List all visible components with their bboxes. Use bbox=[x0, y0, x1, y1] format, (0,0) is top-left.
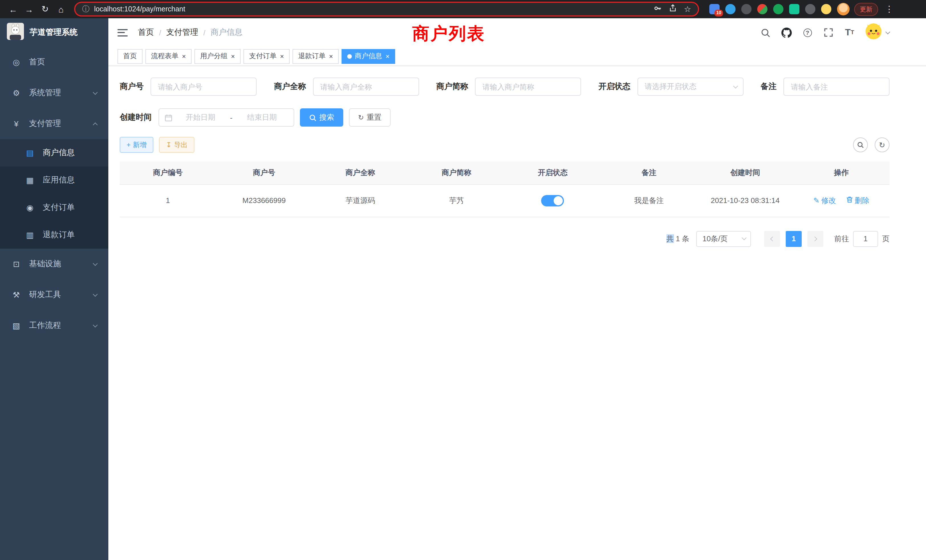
tab-process-form[interactable]: 流程表单 × bbox=[145, 49, 192, 64]
sidebar-item-refund-order[interactable]: ▥ 退款订单 bbox=[0, 221, 108, 249]
prev-page-button[interactable] bbox=[764, 231, 780, 247]
caret-down-icon bbox=[885, 29, 890, 34]
browser-forward-icon[interactable]: → bbox=[22, 2, 36, 17]
goto-prefix: 前往 bbox=[834, 233, 849, 244]
help-icon[interactable]: ? bbox=[802, 27, 813, 38]
tab-pay-order[interactable]: 支付订单 × bbox=[244, 49, 290, 64]
status-select[interactable]: 请选择开启状态 bbox=[637, 77, 743, 96]
extension-icon-4[interactable] bbox=[757, 4, 767, 14]
sidebar-menu: ◎ 首页 ⚙ 系统管理 ¥ 支付管理 ▤ 商户信息 bbox=[0, 47, 108, 341]
user-avatar-menu[interactable] bbox=[865, 23, 890, 42]
browser-back-icon[interactable]: ← bbox=[6, 2, 21, 17]
chevron-left-icon bbox=[770, 236, 775, 241]
fullscreen-icon[interactable] bbox=[823, 27, 834, 38]
chevron-down-icon bbox=[742, 236, 747, 241]
search-button[interactable]: 搜索 bbox=[300, 108, 343, 127]
infrastructure-icon: ⊡ bbox=[11, 259, 21, 269]
extension-icon-2[interactable] bbox=[725, 4, 735, 14]
bookmark-star-icon[interactable]: ☆ bbox=[684, 5, 691, 14]
browser-update-button[interactable]: 更新 bbox=[854, 3, 878, 16]
cell-merchant-no: M233666999 bbox=[216, 184, 312, 217]
full-name-input[interactable] bbox=[313, 77, 419, 96]
workflow-icon: ▧ bbox=[11, 321, 21, 330]
tab-home[interactable]: 首页 bbox=[118, 49, 142, 64]
breadcrumb-home[interactable]: 首页 bbox=[138, 27, 154, 38]
sidebar-item-app-info[interactable]: ▦ 应用信息 bbox=[0, 166, 108, 194]
font-size-icon[interactable]: TT bbox=[844, 27, 855, 38]
sidebar-item-merchant-info[interactable]: ▤ 商户信息 bbox=[0, 139, 108, 166]
tools-icon: ⚒ bbox=[11, 290, 21, 300]
app-logo-row[interactable]: 芋道管理系统 bbox=[0, 18, 108, 47]
browser-profile-avatar[interactable] bbox=[837, 3, 850, 15]
browser-refresh-icon[interactable]: ↻ bbox=[38, 2, 53, 17]
remark-input[interactable] bbox=[784, 77, 890, 96]
extension-icon-8[interactable] bbox=[821, 4, 831, 14]
add-button[interactable]: + 新增 bbox=[120, 137, 153, 153]
goto-page-input[interactable] bbox=[853, 231, 878, 247]
status-toggle[interactable] bbox=[542, 195, 564, 206]
extension-icon-3[interactable] bbox=[741, 4, 752, 14]
table-header-row: 商户编号 商户号 商户全称 商户简称 开启状态 备注 创建时间 操作 bbox=[120, 161, 890, 184]
edit-link[interactable]: ✎ 修改 bbox=[813, 195, 836, 206]
toggle-search-button[interactable] bbox=[853, 138, 868, 152]
reset-button-label: 重置 bbox=[367, 112, 381, 123]
tab-merchant-info[interactable]: 商户信息 × bbox=[342, 49, 395, 64]
page-size-select[interactable]: 10条/页 bbox=[696, 231, 751, 247]
page-number-current[interactable]: 1 bbox=[786, 231, 802, 247]
close-icon[interactable]: × bbox=[329, 53, 333, 60]
address-bar-actions: ☆ bbox=[654, 4, 691, 15]
reset-button[interactable]: ↻ 重置 bbox=[349, 108, 390, 127]
gear-icon: ⚙ bbox=[11, 88, 21, 97]
sidebar-item-home[interactable]: ◎ 首页 bbox=[0, 47, 108, 77]
sidebar-item-system[interactable]: ⚙ 系统管理 bbox=[0, 77, 108, 108]
close-icon[interactable]: × bbox=[231, 53, 235, 60]
column-header: 商户全称 bbox=[312, 161, 409, 184]
screen: ← → ↻ ⌂ ⓘ localhost:1024/pay/merchant ☆ … bbox=[0, 0, 926, 560]
close-icon[interactable]: × bbox=[280, 53, 284, 60]
sidebar-item-label: 应用信息 bbox=[43, 175, 97, 185]
delete-link[interactable]: 删除 bbox=[846, 195, 870, 206]
pay-order-icon: ◉ bbox=[25, 203, 35, 212]
address-bar[interactable]: ⓘ localhost:1024/pay/merchant ☆ bbox=[74, 2, 699, 17]
sidebar-item-pay-order[interactable]: ◉ 支付订单 bbox=[0, 194, 108, 221]
delete-link-label: 删除 bbox=[855, 195, 870, 206]
browser-menu-icon[interactable]: ⋮ bbox=[883, 4, 896, 14]
edit-link-label: 修改 bbox=[822, 195, 836, 206]
extension-icon-1[interactable]: 10 bbox=[709, 4, 720, 14]
tab-user-group[interactable]: 用户分组 × bbox=[194, 49, 241, 64]
short-name-input[interactable] bbox=[475, 77, 581, 96]
next-page-button[interactable] bbox=[807, 231, 823, 247]
breadcrumb-payment[interactable]: 支付管理 bbox=[166, 27, 198, 38]
column-header: 开启状态 bbox=[505, 161, 601, 184]
browser-home-icon[interactable]: ⌂ bbox=[54, 2, 68, 17]
extension-icon-6[interactable] bbox=[789, 4, 799, 14]
extension-icon-7[interactable] bbox=[805, 4, 816, 14]
search-button-label: 搜索 bbox=[319, 112, 334, 123]
sidebar-item-devtools[interactable]: ⚒ 研发工具 bbox=[0, 279, 108, 310]
extension-icon-5[interactable] bbox=[773, 4, 784, 14]
tab-refund-order[interactable]: 退款订单 × bbox=[292, 49, 339, 64]
merchant-no-input[interactable] bbox=[151, 77, 257, 96]
column-header: 商户编号 bbox=[120, 161, 216, 184]
sidebar-item-infrastructure[interactable]: ⊡ 基础设施 bbox=[0, 249, 108, 279]
sidebar-item-label: 基础设施 bbox=[29, 259, 86, 269]
date-range-picker[interactable]: 开始日期 - 结束日期 bbox=[159, 108, 294, 127]
red-annotation-title: 商户列表 bbox=[412, 22, 485, 45]
sidebar-item-payment[interactable]: ¥ 支付管理 bbox=[0, 108, 108, 139]
search-icon[interactable] bbox=[760, 27, 771, 38]
export-button[interactable]: ↧ 导出 bbox=[159, 137, 194, 153]
github-icon[interactable] bbox=[781, 27, 792, 38]
password-key-icon[interactable] bbox=[654, 4, 662, 15]
hamburger-icon[interactable] bbox=[118, 29, 128, 36]
sidebar-item-workflow[interactable]: ▧ 工作流程 bbox=[0, 310, 108, 341]
tags-view-bar: 首页 流程表单 × 用户分组 × 支付订单 × 退款订单 × bbox=[108, 47, 926, 66]
top-navbar: 首页 / 支付管理 / 商户信息 商户列表 ? bbox=[108, 18, 926, 47]
navbar-actions: ? TT bbox=[760, 23, 890, 42]
refresh-table-button[interactable]: ↻ bbox=[875, 138, 890, 152]
share-icon[interactable] bbox=[669, 4, 677, 14]
plus-icon: + bbox=[127, 141, 130, 149]
close-icon[interactable]: × bbox=[386, 53, 389, 60]
close-icon[interactable]: × bbox=[182, 53, 186, 60]
site-info-icon[interactable]: ⓘ bbox=[82, 4, 89, 14]
column-header: 操作 bbox=[793, 161, 890, 184]
